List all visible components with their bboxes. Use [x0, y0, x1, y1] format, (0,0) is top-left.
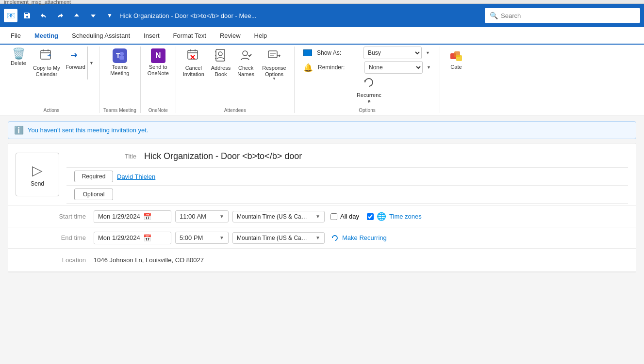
- title-row: ▷ Send Title Required David Thielen: [8, 143, 636, 206]
- onenote-group-label: OneNote: [145, 107, 172, 113]
- response-options-arrow: ▼: [272, 77, 276, 81]
- forward-dropdown-button[interactable]: ▼: [87, 47, 95, 79]
- globe-icon: 🌐: [377, 212, 386, 221]
- ribbon-group-attendees: Cancel Invitation Address Book: [176, 47, 295, 113]
- show-as-row: Show As: Busy ▼: [303, 47, 430, 59]
- send-to-onenote-button[interactable]: N Send to OneNote: [145, 47, 172, 79]
- svg-rect-0: [41, 50, 50, 59]
- reminder-label: Reminder:: [318, 64, 362, 71]
- forward-icon: [69, 48, 83, 63]
- onenote-icon: N: [151, 48, 165, 63]
- ribbon-group-options: Show As: Busy ▼ 🔔 Reminder: None ▼: [295, 47, 440, 113]
- tab-help[interactable]: Help: [248, 27, 274, 45]
- end-time-label: End time: [16, 234, 94, 241]
- all-day-checkbox[interactable]: [330, 213, 337, 220]
- move-down-button[interactable]: [86, 9, 100, 22]
- start-time-picker[interactable]: 11:00 AM ▼: [175, 210, 229, 222]
- ribbon-group-teams: T Teams Meeting Teams Meeting: [99, 47, 141, 113]
- actions-group-label: Actions: [8, 107, 95, 113]
- tab-format-text[interactable]: Format Text: [166, 27, 213, 45]
- all-day-text: All day: [340, 213, 359, 220]
- start-date-picker[interactable]: Mon 1/29/2024 📅: [94, 210, 171, 223]
- start-tz-value: Mountain Time (US & Ca…: [237, 213, 307, 220]
- options-group-label: Options: [298, 107, 436, 113]
- tab-scheduling-assistant[interactable]: Scheduling Assistant: [65, 27, 137, 45]
- categorize-button[interactable]: Cate: [444, 47, 468, 79]
- all-day-label[interactable]: All day: [330, 213, 359, 220]
- reminder-arrow: ▼: [427, 65, 431, 70]
- recurrence-button[interactable]: Recurrence: [352, 74, 385, 107]
- show-as-arrow: ▼: [426, 50, 430, 55]
- show-as-color: [303, 49, 312, 56]
- teams-meeting-button[interactable]: T Teams Meeting: [107, 47, 132, 79]
- title-input[interactable]: [144, 149, 628, 163]
- svg-point-14: [218, 52, 222, 56]
- location-row: Location: [8, 249, 636, 272]
- cancel-invitation-button[interactable]: Cancel Invitation: [180, 47, 207, 79]
- end-time-picker[interactable]: 5:00 PM ▼: [175, 232, 229, 244]
- optional-button[interactable]: Optional: [74, 189, 113, 200]
- tab-meeting[interactable]: Meeting: [28, 27, 65, 45]
- send-button[interactable]: ▷ Send: [16, 153, 59, 196]
- end-date-value: Mon 1/29/2024: [98, 234, 140, 241]
- svg-point-18: [243, 51, 248, 56]
- required-button[interactable]: Required: [74, 171, 113, 182]
- start-time-value: 11:00 AM: [180, 213, 206, 220]
- search-input[interactable]: [501, 12, 635, 19]
- location-input[interactable]: [94, 256, 628, 264]
- reminder-row: 🔔 Reminder: None ▼: [303, 61, 431, 74]
- check-names-button[interactable]: Check Names: [234, 47, 257, 79]
- start-time-row: Start time Mon 1/29/2024 📅 11:00 AM ▼ Mo…: [8, 206, 636, 227]
- ribbon-group-actions: 🗑️ Delete Copy to My Calendar: [4, 47, 99, 113]
- forward-split: Forward ▼: [64, 47, 95, 79]
- info-icon: ℹ️: [14, 126, 24, 135]
- calendar-copy-icon: [40, 48, 53, 64]
- start-time-arrow: ▼: [219, 214, 224, 219]
- address-book-button[interactable]: Address Book: [208, 47, 233, 79]
- forward-button[interactable]: Forward: [64, 47, 87, 79]
- svg-rect-24: [456, 55, 462, 61]
- time-zones-checkbox[interactable]: [367, 213, 374, 220]
- tab-file[interactable]: File: [4, 27, 28, 45]
- end-tz-arrow: ▼: [315, 235, 320, 240]
- teams-icon: T: [113, 48, 127, 63]
- undo-button[interactable]: [37, 9, 50, 22]
- info-message: You haven't sent this meeting invitation…: [28, 127, 148, 134]
- recurrence-icon: [362, 76, 376, 91]
- search-box[interactable]: 🔍: [485, 8, 640, 23]
- end-date-picker[interactable]: Mon 1/29/2024 📅: [94, 232, 171, 244]
- app-icon: 📧: [4, 9, 17, 22]
- categorize-icon: [449, 48, 463, 63]
- save-button[interactable]: [20, 9, 34, 22]
- title-bar: 📧 ▼ Hick Organization - Door <b>to</b> d…: [0, 4, 644, 27]
- end-tz-picker[interactable]: Mountain Time (US & Ca… ▼: [232, 232, 325, 244]
- start-tz-picker[interactable]: Mountain Time (US & Ca… ▼: [232, 211, 325, 222]
- start-tz-arrow: ▼: [315, 214, 320, 219]
- ribbon-tabs: File Meeting Scheduling Assistant Insert…: [0, 27, 644, 45]
- show-as-select[interactable]: Busy: [363, 47, 422, 59]
- delete-icon: 🗑️: [12, 48, 25, 59]
- attendee-link[interactable]: David Thielen: [117, 173, 155, 180]
- more-options-button[interactable]: ▼: [103, 9, 116, 22]
- start-time-label: Start time: [16, 213, 94, 220]
- time-zones-text: Time zones: [389, 213, 422, 220]
- end-calendar-icon: 📅: [143, 234, 151, 242]
- time-zones-label[interactable]: 🌐 Time zones: [367, 212, 422, 221]
- response-options-button[interactable]: Response Options ▼: [258, 47, 290, 79]
- make-recurring-icon: [330, 233, 339, 242]
- move-up-button[interactable]: [70, 9, 83, 22]
- tab-review[interactable]: Review: [213, 27, 248, 45]
- end-time-value: 5:00 PM: [180, 234, 203, 241]
- svg-rect-13: [216, 49, 225, 61]
- copy-to-calendar-button[interactable]: Copy to My Calendar: [30, 47, 63, 79]
- delete-button[interactable]: 🗑️ Delete: [8, 47, 29, 79]
- send-label: Send: [31, 180, 44, 187]
- reminder-bell-icon: 🔔: [303, 63, 313, 72]
- tab-insert[interactable]: Insert: [137, 27, 166, 45]
- window-title: Hick Organization - Door <b>to</b> door …: [119, 12, 482, 19]
- redo-button[interactable]: [53, 9, 67, 22]
- reminder-select[interactable]: None: [364, 61, 423, 74]
- start-calendar-icon: 📅: [143, 213, 151, 221]
- send-arrow-icon: ▷: [32, 162, 43, 178]
- make-recurring-button[interactable]: Make Recurring: [330, 233, 387, 242]
